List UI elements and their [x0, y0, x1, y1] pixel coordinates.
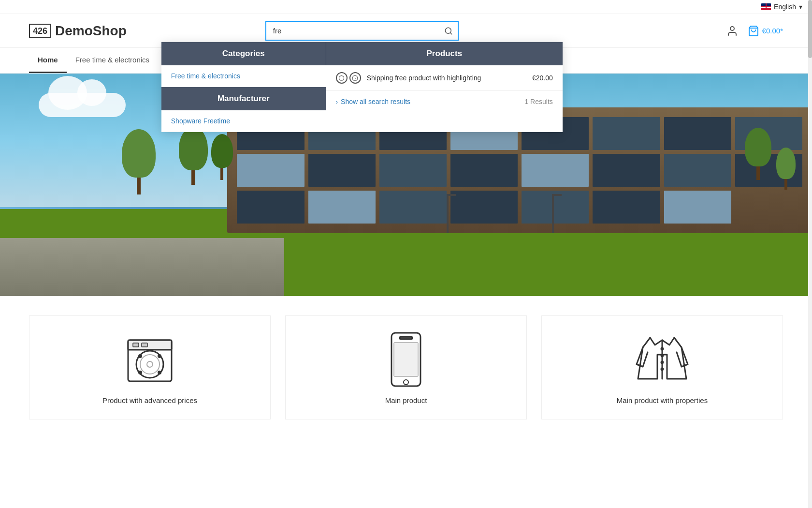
product-card-jacket[interactable]: Main product with properties — [541, 315, 783, 419]
svg-point-22 — [661, 355, 663, 357]
account-button[interactable] — [726, 25, 738, 37]
svg-rect-7 — [133, 343, 139, 347]
jacket-icon — [633, 330, 691, 388]
cloud-1 — [39, 93, 126, 117]
product-icon-2 — [349, 72, 361, 84]
language-selector[interactable]: English ▾ — [761, 3, 802, 11]
show-all-link[interactable]: › Show all search results — [336, 98, 410, 105]
products-section: Product with advanced prices Main produc… — [0, 296, 812, 439]
logo-badge: 426 — [29, 24, 51, 38]
product-card-name-2: Main product — [385, 396, 427, 404]
smartphone-icon — [377, 330, 435, 388]
search-container: Categories Free time & electronics Manuf… — [265, 21, 459, 41]
logo[interactable]: 426 DemoShop — [29, 23, 127, 39]
cart-price: €0.00* — [762, 27, 783, 35]
dropdown-right: Products — [326, 42, 563, 132]
account-icon — [726, 25, 738, 37]
chevron-right-icon: › — [336, 98, 338, 105]
flag-icon — [761, 3, 771, 10]
svg-rect-8 — [142, 343, 147, 347]
top-bar: English ▾ — [0, 0, 812, 14]
nav-item-free-time[interactable]: Free time & electronics — [67, 48, 158, 73]
products-header: Products — [326, 42, 563, 65]
logo-text: DemoShop — [55, 23, 127, 39]
product-result-price: €20.00 — [532, 74, 553, 82]
svg-point-21 — [661, 348, 663, 350]
washing-machine-icon — [121, 330, 179, 388]
logo-demo: Demo — [55, 23, 93, 38]
categories-header: Categories — [161, 42, 326, 65]
results-count: 1 Results — [524, 98, 552, 105]
svg-line-1 — [450, 32, 451, 34]
svg-point-14 — [139, 372, 142, 374]
product-card-smartphone[interactable]: Main product — [285, 315, 527, 419]
search-icon — [444, 27, 453, 35]
svg-point-13 — [159, 355, 161, 358]
dropdown-left: Categories Free time & electronics Manuf… — [161, 42, 326, 132]
svg-point-3 — [730, 27, 734, 30]
nav-item-home[interactable]: Home — [29, 48, 67, 73]
product-card-name-3: Main product with properties — [617, 396, 708, 404]
logo-shop: Shop — [93, 23, 127, 38]
show-all-label: Show all search results — [341, 98, 410, 105]
svg-point-15 — [159, 372, 161, 374]
language-label: English — [774, 3, 796, 11]
cart-icon — [748, 25, 759, 37]
road — [0, 238, 284, 296]
product-card-name-1: Product with advanced prices — [102, 396, 197, 404]
svg-point-23 — [661, 361, 663, 363]
product-card-washing-machine[interactable]: Product with advanced prices — [29, 315, 271, 419]
svg-point-11 — [147, 361, 153, 367]
search-input[interactable] — [265, 21, 459, 41]
product-result-item[interactable]: Shipping free product with highlighting … — [326, 65, 563, 91]
svg-rect-17 — [400, 337, 412, 339]
search-dropdown: Categories Free time & electronics Manuf… — [161, 42, 563, 132]
svg-point-24 — [661, 368, 663, 370]
svg-point-10 — [140, 355, 160, 374]
product-icon-1 — [336, 72, 348, 84]
svg-point-19 — [404, 380, 408, 385]
header-actions: €0.00* — [726, 25, 783, 37]
svg-rect-18 — [394, 343, 418, 376]
search-button[interactable] — [438, 21, 459, 41]
language-chevron-icon: ▾ — [799, 3, 802, 11]
manufacturer-header: Manufacturer — [161, 87, 326, 110]
product-icons — [336, 72, 361, 84]
product-result-name: Shipping free product with highlighting — [367, 74, 526, 82]
header: 426 DemoShop Categories Free time & elec… — [0, 14, 812, 48]
cart-button[interactable]: €0.00* — [748, 25, 783, 37]
svg-point-12 — [139, 355, 142, 358]
category-item[interactable]: Free time & electronics — [161, 65, 326, 87]
show-all-row[interactable]: › Show all search results 1 Results — [326, 91, 563, 112]
manufacturer-item[interactable]: Shopware Freetime — [161, 110, 326, 132]
